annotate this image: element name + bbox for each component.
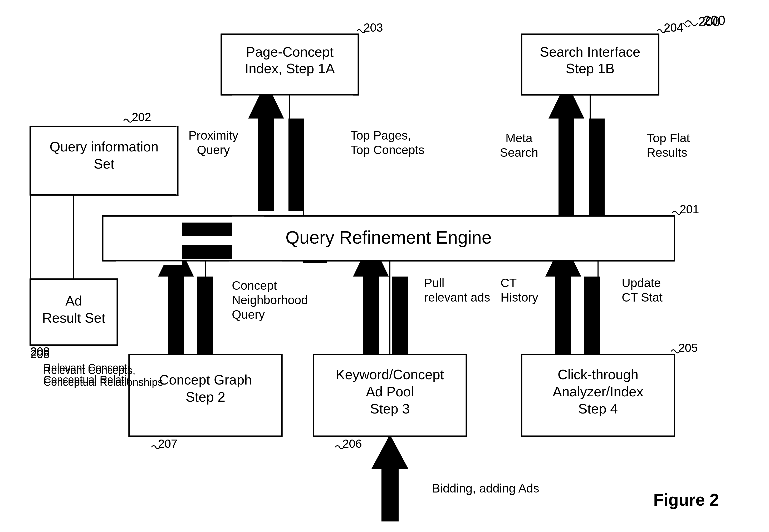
svg-text:Pull: Pull: [424, 276, 444, 290]
svg-text:Step 3: Step 3: [370, 401, 410, 416]
svg-text:Query: Query: [197, 143, 230, 157]
svg-text:Bidding, adding Ads: Bidding, adding Ads: [432, 481, 539, 495]
svg-rect-51: [258, 119, 274, 216]
svg-text:206: 206: [342, 437, 362, 450]
svg-rect-163: [182, 245, 232, 259]
svg-text:200: 200: [703, 13, 725, 28]
svg-rect-53: [288, 119, 304, 216]
svg-text:History: History: [501, 290, 538, 304]
svg-rect-109: [392, 277, 408, 354]
svg-text:Top Flat: Top Flat: [647, 131, 690, 145]
svg-text:Query information: Query information: [50, 139, 158, 154]
svg-text:208: 208: [30, 348, 50, 361]
svg-rect-107: [363, 277, 379, 354]
svg-text:CT: CT: [501, 276, 517, 290]
svg-text:Search: Search: [500, 146, 538, 159]
svg-text:Results: Results: [647, 146, 687, 159]
svg-rect-159: [182, 223, 232, 236]
svg-text:Top Concepts: Top Concepts: [350, 143, 424, 157]
svg-rect-114: [555, 277, 571, 354]
svg-text:Ad Pool: Ad Pool: [366, 384, 414, 399]
svg-text:204: 204: [664, 21, 683, 34]
diagram: 200 Page-Concept Index, Step 1A 203 Sear…: [0, 0, 769, 532]
svg-text:relevant ads: relevant ads: [424, 290, 490, 304]
svg-text:Keyword/Concept: Keyword/Concept: [336, 367, 444, 382]
svg-text:Proximity: Proximity: [188, 129, 238, 142]
svg-text:Neighborhood: Neighborhood: [232, 293, 308, 307]
svg-text:Concept Graph: Concept Graph: [159, 372, 252, 387]
svg-text:Query Refinement Engine: Query Refinement Engine: [286, 227, 492, 247]
svg-text:Click-through: Click-through: [558, 367, 638, 382]
svg-text:Meta: Meta: [506, 131, 533, 145]
svg-text:Result Set: Result Set: [42, 310, 105, 326]
svg-text:207: 207: [158, 437, 177, 450]
svg-text:205: 205: [678, 341, 698, 354]
svg-text:CT Stat: CT Stat: [622, 290, 663, 304]
svg-text:Relevant Concepts,: Relevant Concepts,: [43, 364, 135, 376]
svg-text:Figure 2: Figure 2: [653, 490, 719, 509]
svg-text:Top Pages,: Top Pages,: [350, 129, 411, 142]
svg-text:Update: Update: [622, 276, 661, 290]
svg-text:Ad: Ad: [65, 293, 82, 308]
svg-rect-60: [559, 119, 574, 216]
svg-rect-62: [589, 119, 605, 216]
svg-text:Index, Step 1A: Index, Step 1A: [245, 61, 335, 76]
svg-text:Analyzer/Index: Analyzer/Index: [553, 384, 643, 399]
svg-text:Step 1B: Step 1B: [566, 61, 614, 76]
svg-text:Search Interface: Search Interface: [540, 44, 640, 60]
svg-text:Conceptual Relationships: Conceptual Relationships: [43, 376, 163, 388]
svg-text:202: 202: [132, 111, 151, 124]
svg-rect-123: [381, 469, 399, 521]
svg-text:201: 201: [680, 203, 699, 216]
svg-rect-161: [232, 216, 264, 243]
svg-text:Step 2: Step 2: [186, 389, 225, 405]
svg-text:Set: Set: [94, 156, 115, 171]
svg-text:203: 203: [364, 21, 383, 34]
svg-text:Step 4: Step 4: [578, 401, 618, 416]
svg-text:Concept: Concept: [232, 279, 277, 292]
svg-text:Page-Concept: Page-Concept: [246, 44, 334, 60]
svg-text:Query: Query: [232, 308, 265, 321]
svg-rect-99: [168, 277, 184, 354]
